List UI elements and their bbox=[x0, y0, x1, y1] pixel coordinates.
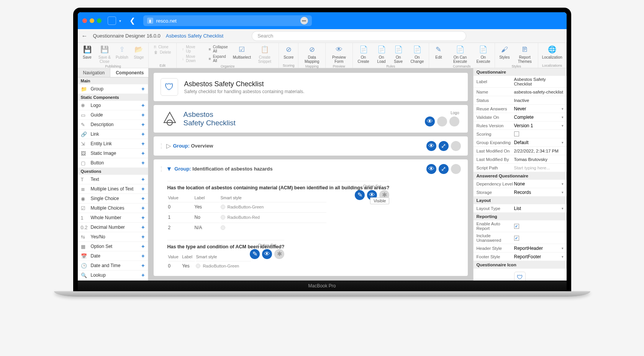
search-input[interactable]: Search bbox=[252, 31, 466, 41]
on-can-execute-button[interactable]: 📄On Can Execute bbox=[447, 44, 473, 64]
palette-item[interactable]: 📁Group+ bbox=[78, 84, 148, 94]
add-component-button[interactable]: + bbox=[141, 205, 144, 211]
minimize-window-button[interactable] bbox=[90, 18, 94, 23]
edit-question-button[interactable]: ✎ bbox=[355, 190, 365, 200]
drag-handle-icon[interactable]: ↑↓ bbox=[161, 143, 162, 149]
sidebar-toggle-icon[interactable] bbox=[108, 16, 116, 25]
palette-item[interactable]: ▭Guide+ bbox=[78, 110, 148, 120]
delete-button[interactable]: 🗑Delete bbox=[152, 50, 173, 55]
collapse-icon[interactable]: ▼ bbox=[166, 166, 172, 172]
prop-incun-checkbox[interactable] bbox=[514, 236, 519, 241]
question-2[interactable]: Has the type and condition of ACM been i… bbox=[167, 240, 285, 271]
prop-validate-select[interactable]: Complete▾ bbox=[514, 115, 564, 120]
prop-layout-select[interactable]: List▾ bbox=[514, 206, 564, 211]
add-component-button[interactable]: + bbox=[141, 253, 144, 259]
group-identification[interactable]: ↑↓ ▼ Group: Identification of asbestos h… bbox=[154, 159, 468, 276]
option-row[interactable]: 2N/A bbox=[168, 223, 327, 232]
data-mapping-button[interactable]: ⊘Data Mapping bbox=[300, 44, 324, 64]
stage-button[interactable]: 📂Stage bbox=[131, 44, 147, 60]
page-menu-icon[interactable]: ••• bbox=[300, 17, 308, 25]
publish-button[interactable]: ⇪Publish bbox=[114, 44, 130, 60]
visibility-toggle[interactable]: 👁 bbox=[426, 164, 436, 174]
on-change-button[interactable]: 📄On Change bbox=[407, 44, 427, 64]
palette-item[interactable]: ◉Single Choice+ bbox=[78, 194, 148, 203]
palette-item[interactable]: 0.2Decimal Number+ bbox=[78, 223, 148, 232]
palette-item[interactable]: ▢Button+ bbox=[78, 158, 148, 168]
palette-item[interactable]: 🔗Link+ bbox=[78, 130, 148, 139]
action-dot-3[interactable] bbox=[451, 164, 461, 174]
palette-item[interactable]: ⇲Entity Link+ bbox=[78, 139, 148, 149]
breadcrumb-back-button[interactable]: ← bbox=[82, 33, 88, 39]
move-down-button[interactable]: ↓Move Down bbox=[180, 54, 203, 63]
create-snippet-button[interactable]: 📋Create Snippet bbox=[252, 44, 277, 64]
expand-toggle[interactable]: ⤢ bbox=[439, 141, 449, 151]
url-bar[interactable]: ▮ resco.net ••• bbox=[143, 15, 312, 26]
move-up-button[interactable]: ↑Move Up bbox=[180, 44, 203, 54]
action-dot-3[interactable] bbox=[451, 141, 461, 151]
on-create-button[interactable]: 📄On Create bbox=[354, 44, 373, 64]
visibility-toggle[interactable]: 👁 bbox=[262, 249, 272, 259]
localization-button[interactable]: 🌐Localization bbox=[540, 44, 565, 60]
option-row[interactable]: 0YesRadioButton-Green bbox=[168, 202, 327, 212]
palette-item[interactable]: ⇆Yes/No+ bbox=[78, 232, 148, 242]
palette-item[interactable]: 📅Date+ bbox=[78, 251, 148, 261]
add-component-button[interactable]: + bbox=[141, 141, 144, 147]
on-execute-button[interactable]: 📄On Execute bbox=[474, 44, 493, 64]
add-component-button[interactable]: + bbox=[141, 224, 144, 230]
expand-icon[interactable]: ▷ bbox=[166, 142, 171, 149]
palette-item[interactable]: 🖼Image/Media+ bbox=[78, 280, 148, 281]
palette-item[interactable]: 1Whole Number+ bbox=[78, 213, 148, 223]
add-component-button[interactable]: + bbox=[141, 112, 144, 118]
on-load-button[interactable]: 📄On Load bbox=[374, 44, 390, 64]
prop-script-value[interactable]: Start typing here... bbox=[514, 166, 564, 170]
add-component-button[interactable]: + bbox=[141, 195, 144, 202]
expand-all-button[interactable]: ≡Expand All bbox=[206, 54, 230, 63]
prop-footer-select[interactable]: ReportFooter▾ bbox=[514, 254, 564, 259]
palette-item[interactable]: ☑Multiple Choices+ bbox=[78, 203, 148, 213]
action-dot-3[interactable] bbox=[449, 116, 459, 126]
prop-scoring-checkbox[interactable] bbox=[514, 131, 519, 136]
on-save-button[interactable]: 📄On Save bbox=[390, 44, 406, 64]
save-button[interactable]: 💾Save bbox=[79, 44, 95, 60]
collapse-all-button[interactable]: ≡Collapse All bbox=[206, 44, 230, 54]
save-close-button[interactable]: 💾Save & Close bbox=[96, 44, 113, 64]
add-component-button[interactable]: + bbox=[141, 160, 144, 166]
expand-toggle[interactable]: ⤢ bbox=[439, 164, 449, 174]
add-component-button[interactable]: + bbox=[141, 121, 144, 128]
action-dot-2[interactable] bbox=[437, 116, 447, 126]
option-row[interactable]: 1NoRadioButton-Red bbox=[168, 212, 327, 222]
question-1[interactable]: Has the location of asbestos containing … bbox=[167, 181, 390, 233]
prop-label-value[interactable]: Asbestos Safety Checklist bbox=[514, 77, 564, 86]
add-component-button[interactable]: + bbox=[141, 102, 144, 108]
add-component-button[interactable]: + bbox=[141, 262, 144, 269]
prop-name-value[interactable]: asbestos-safety-checklist bbox=[514, 90, 564, 94]
multiselect-button[interactable]: ☑Multiselect bbox=[233, 44, 252, 60]
prop-reuse-select[interactable]: Never▾ bbox=[514, 106, 564, 112]
score-button[interactable]: ⊘Score bbox=[280, 44, 297, 60]
palette-item[interactable]: 🕒Date and Time+ bbox=[78, 261, 148, 271]
option-row[interactable]: 0YesRadioButton-Green bbox=[168, 261, 251, 271]
palette-item[interactable]: ▦Option Set+ bbox=[78, 242, 148, 251]
add-component-button[interactable]: + bbox=[141, 186, 144, 192]
browser-back-button[interactable]: ❮ bbox=[128, 16, 137, 25]
clone-button[interactable]: ⎘Clone bbox=[152, 44, 173, 49]
required-toggle[interactable]: ✱ bbox=[274, 249, 284, 259]
prop-storage-select[interactable]: Records▾ bbox=[514, 190, 564, 195]
visibility-toggle[interactable]: 👁 bbox=[425, 116, 435, 126]
chevron-down-icon[interactable]: ▾ bbox=[119, 19, 121, 23]
add-component-button[interactable]: + bbox=[141, 176, 144, 182]
visibility-toggle[interactable]: 👁 bbox=[426, 141, 436, 151]
tab-components[interactable]: Components bbox=[110, 68, 149, 77]
add-component-button[interactable]: + bbox=[141, 86, 144, 92]
prop-autorep-checkbox[interactable] bbox=[514, 224, 519, 229]
palette-item[interactable]: 🖼Static Image+ bbox=[78, 149, 148, 158]
edit-question-button[interactable]: ✎ bbox=[250, 249, 260, 259]
edit-commands-button[interactable]: ✎Edit bbox=[431, 44, 447, 60]
prop-groupexp-select[interactable]: Default▾ bbox=[514, 140, 564, 145]
prop-rulesver-select[interactable]: Version 1▾ bbox=[514, 123, 564, 128]
drag-handle-icon[interactable]: ↑↓ bbox=[161, 166, 162, 172]
maximize-window-button[interactable] bbox=[97, 18, 102, 23]
palette-item[interactable]: 🔍Lookup+ bbox=[78, 271, 148, 280]
logo-card[interactable]: Asbestos Safety Checklist Logo 👁 bbox=[154, 105, 468, 133]
questionnaire-icon-preview[interactable]: 🛡 bbox=[514, 272, 526, 281]
